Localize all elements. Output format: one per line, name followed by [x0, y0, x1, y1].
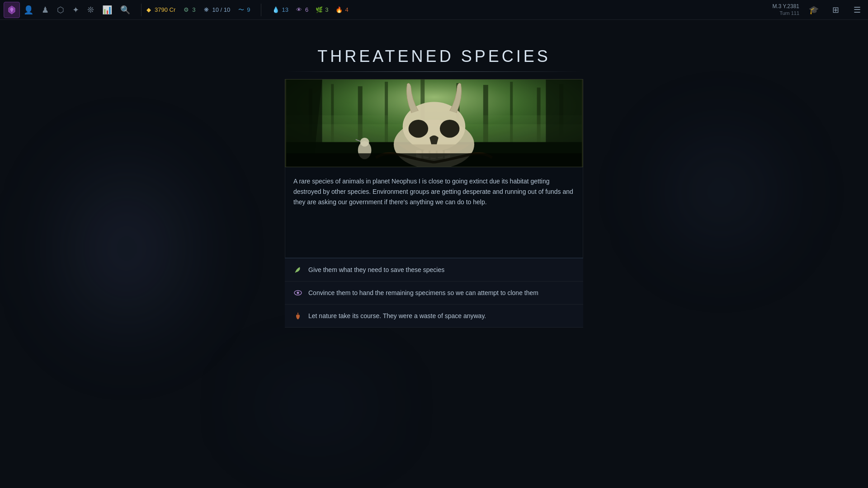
svg-point-28 — [360, 138, 369, 147]
resource-flame: 🔥 4 — [335, 6, 348, 14]
game-logo[interactable] — [4, 2, 20, 18]
resource-credits: ◆ 3790 Cr — [145, 6, 175, 14]
flame-value: 4 — [345, 6, 348, 13]
resource-bar: ◆ 3790 Cr ⚙ 3 ❋ 10 / 10 〜 9 💧 13 👁 6 🌿 3 — [145, 4, 349, 16]
svg-point-20 — [409, 120, 429, 138]
credits-value: 3790 Cr — [155, 6, 175, 13]
resource-drops: 💧 13 — [272, 6, 288, 14]
drops-icon: 💧 — [272, 6, 279, 14]
nav-layers-button[interactable]: ⊞ — [828, 3, 843, 17]
choice-clone-button[interactable]: Convince them to hand the remaining spec… — [285, 282, 583, 305]
choice-save-icon — [293, 265, 303, 275]
top-navigation: 👤 ♟ ⬡ ✦ ❊ 📊 🔍 ◆ 3790 Cr ⚙ 3 ❋ 10 / 10 〜 … — [0, 0, 868, 20]
gear-icon: ⚙ — [183, 6, 190, 14]
nav-pawn-icon[interactable]: ♟ — [42, 5, 49, 15]
turn-value: Turn 111 — [772, 10, 799, 16]
nav-people-icon[interactable]: 👤 — [24, 5, 33, 15]
choice-save-button[interactable]: Give them what they need to save these s… — [285, 258, 583, 282]
wave-value: 9 — [247, 6, 250, 13]
credits-icon: ◆ — [145, 6, 152, 14]
choice-clone-icon — [293, 288, 303, 298]
event-choices: Give them what they need to save these s… — [285, 258, 583, 328]
nav-right-section: M.3 Y.2381 Turn 111 🎓 ⊞ ☰ — [772, 3, 864, 17]
nav-chart-icon[interactable]: 📊 — [102, 5, 112, 15]
resource-population: ❋ 10 / 10 — [203, 6, 230, 14]
choice-clone-label: Convince them to hand the remaining spec… — [308, 289, 538, 296]
choice-ignore-button[interactable]: Let nature take its course. They were a … — [285, 305, 583, 328]
event-body: A rare species of animals in planet Neop… — [285, 167, 583, 258]
svg-point-21 — [440, 120, 460, 138]
nav-search-icon[interactable]: 🔍 — [120, 5, 130, 15]
event-title: THREATENED SPECIES — [285, 47, 583, 66]
drops-value: 13 — [282, 6, 288, 13]
resource-eye: 👁 6 — [296, 6, 308, 14]
pop-value: 10 / 10 — [212, 6, 230, 13]
event-title-divider — [285, 71, 583, 72]
nav-graduation-button[interactable]: 🎓 — [807, 3, 821, 17]
event-panel: THREATENED SPECIES — [285, 47, 583, 328]
choice-ignore-label: Let nature take its course. They were a … — [308, 312, 486, 319]
choice-ignore-icon — [293, 311, 303, 321]
resource-leaf: 🌿 3 — [316, 6, 328, 14]
nav-menu-button[interactable]: ☰ — [850, 3, 864, 17]
event-image — [285, 79, 583, 167]
event-description: A rare species of animals in planet Neop… — [293, 176, 575, 207]
resource-wave: 〜 9 — [237, 6, 250, 14]
nav-icon-group: 👤 ♟ ⬡ ✦ ❊ 📊 🔍 — [24, 5, 130, 15]
choice-save-label: Give them what they need to save these s… — [308, 266, 444, 273]
flame-icon: 🔥 — [335, 6, 343, 14]
nav-ring-icon[interactable]: ⬡ — [57, 5, 64, 15]
gear-value: 3 — [192, 6, 195, 13]
wave-icon: 〜 — [237, 6, 245, 14]
nav-divider-1 — [141, 4, 142, 16]
game-date: M.3 Y.2381 Turn 111 — [772, 3, 799, 17]
eye-icon: 👁 — [296, 6, 303, 14]
nav-crown-icon[interactable]: ❊ — [87, 5, 94, 15]
pop-icon: ❋ — [203, 6, 210, 14]
eye-value: 6 — [305, 6, 308, 13]
leaf-icon: 🌿 — [316, 6, 323, 14]
main-content: THREATENED SPECIES — [0, 20, 868, 488]
svg-point-31 — [297, 292, 299, 294]
date-value: M.3 Y.2381 — [772, 3, 799, 10]
nav-divider-2 — [261, 4, 261, 16]
resource-gear: ⚙ 3 — [183, 6, 195, 14]
leaf-value: 3 — [325, 6, 328, 13]
event-title-section: THREATENED SPECIES — [285, 47, 583, 72]
svg-rect-29 — [286, 153, 581, 167]
nav-star-icon[interactable]: ✦ — [72, 5, 79, 15]
